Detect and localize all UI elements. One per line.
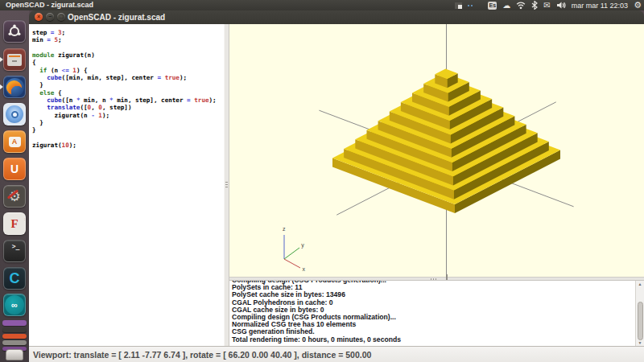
desktop: OpenSCAD - zigurat.scad Es ☁ ✉ mar mar 1… [0, 0, 644, 362]
code-line: } [32, 126, 224, 134]
status-bar: Viewport: translate = [ 2.11 -7.77 6.74 … [29, 346, 644, 362]
launcher-item-trash[interactable] [6, 349, 23, 360]
volume-icon[interactable] [556, 1, 566, 10]
files-icon [7, 54, 22, 66]
scroll-down-icon[interactable]: ▼ [636, 339, 644, 346]
mail-icon[interactable]: ✉ [543, 0, 550, 10]
terminal-icon: >_ [12, 243, 20, 250]
launcher-item-firefox[interactable] [3, 76, 26, 98]
ubuntu-one-icon: U [10, 162, 19, 175]
scrollbar-thumb[interactable] [638, 302, 643, 340]
clock[interactable]: mar mar 11 22:03 [572, 2, 628, 10]
code-line: } [32, 81, 224, 88]
top-panel: OpenSCAD - zigurat.scad Es ☁ ✉ mar mar 1… [0, 0, 644, 10]
code-line: step = 3; [32, 29, 224, 36]
arduino-icon: ∞ [5, 295, 24, 315]
launcher-item-arduino[interactable]: ∞ [3, 294, 26, 316]
chromium-icon [6, 105, 23, 123]
splitter-handle [225, 182, 228, 189]
window-title: OpenSCAD - zigurat.scad [68, 10, 165, 24]
freecad-icon: F [10, 217, 18, 231]
console-pane[interactable]: Compiling design (CSG Products generatio… [229, 280, 644, 346]
console-line: Total rendering time: 0 hours, 0 minutes… [232, 336, 634, 343]
c-ide-icon: C [10, 270, 20, 287]
launcher-stacked-app[interactable] [2, 327, 27, 332]
scroll-up-icon[interactable]: ▲ [636, 281, 644, 288]
firefox-icon [6, 78, 24, 97]
wifi-icon[interactable] [516, 1, 526, 10]
cloud-sync-icon[interactable]: ☁ [502, 0, 510, 10]
bluetooth-icon[interactable] [531, 1, 538, 10]
code-line: zigurat(n - 1); [32, 112, 224, 119]
panel-app-title: OpenSCAD - zigurat.scad [6, 0, 93, 10]
editor-view-splitter[interactable] [224, 24, 229, 346]
code-line: module zigurat(n) [32, 51, 224, 59]
keyboard-layout-indicator[interactable]: Es [488, 2, 497, 10]
code-line [32, 44, 224, 51]
code-editor[interactable]: step = 3;min = 5;module zigurat(n){ if (… [29, 24, 224, 346]
code-line: if (n <= 1) { [32, 67, 224, 74]
launcher-item-chromium[interactable] [3, 103, 26, 125]
window-titlebar[interactable]: × − □ OpenSCAD - zigurat.scad [29, 10, 644, 24]
code-line: } [32, 119, 224, 126]
close-button[interactable]: × [35, 13, 43, 21]
launcher-item-c-ide[interactable]: C [3, 267, 26, 290]
launcher-item-system-settings[interactable]: ⚙ [3, 185, 26, 208]
code-line: min = 5; [32, 36, 224, 43]
launcher-item-ubuntu-one[interactable]: U [3, 158, 26, 180]
viewport-status-text: Viewport: translate = [ 2.11 -7.77 6.74 … [33, 347, 371, 362]
launcher-item-files[interactable] [3, 48, 26, 71]
launcher-stacked-app[interactable] [2, 320, 27, 326]
console-output: Compiling design (CSG Products generatio… [232, 280, 634, 343]
code-line: else { [32, 89, 224, 97]
launcher-item-terminal[interactable]: >_ [3, 240, 26, 262]
maximize-button[interactable]: □ [57, 13, 65, 21]
window-indicator-icon[interactable] [455, 2, 462, 9]
code-line: zigurat(10); [32, 142, 224, 149]
code-line: { [32, 59, 224, 66]
launcher-item-software-center[interactable]: A [3, 130, 26, 153]
code-line: cube([min, min, step], center = true); [32, 74, 224, 81]
code-line: translate([0, 0, step]) [32, 104, 224, 111]
viewport-3d[interactable]: zyx [229, 24, 644, 277]
system-tray: Es ☁ ✉ mar mar 11 22:03 ⚙ [455, 0, 642, 10]
svg-text:y: y [301, 242, 304, 249]
code-line [32, 134, 224, 142]
minimize-button[interactable]: − [46, 13, 54, 21]
session-gear-icon[interactable]: ⚙ [634, 0, 642, 10]
launcher-item-freecad[interactable]: F ⚙ [3, 212, 26, 235]
software-center-icon: A [9, 137, 21, 147]
svg-text:x: x [302, 266, 305, 272]
code-line: cube([n * min, n * min, step], center = … [32, 97, 224, 104]
ubuntu-logo-icon [7, 24, 22, 39]
notification-dots-icon [468, 5, 473, 6]
ziggurat-render: zyx [229, 24, 644, 277]
svg-text:z: z [283, 226, 286, 232]
launcher: A U ⚙ F ⚙ >_ C ∞ [0, 10, 29, 362]
launcher-stacked-app[interactable] [2, 340, 27, 345]
launcher-item-dash-home[interactable] [3, 20, 26, 43]
console-scrollbar[interactable]: ▲ ▼ [635, 281, 644, 346]
launcher-stacked-app[interactable] [2, 334, 27, 339]
freecad-gear-icon: ⚙ [24, 215, 26, 224]
